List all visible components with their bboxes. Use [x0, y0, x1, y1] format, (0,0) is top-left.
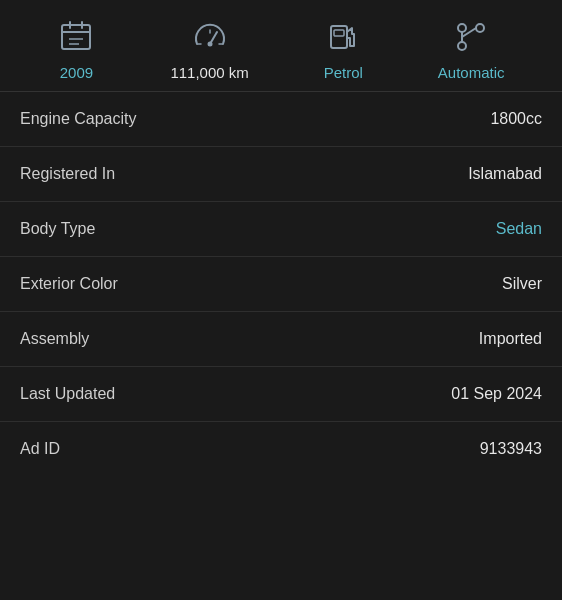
- body-type-value: Sedan: [496, 220, 542, 238]
- speedometer-icon: [191, 18, 229, 56]
- year-label: 2009: [60, 64, 93, 81]
- last-updated-value: 01 Sep 2024: [451, 385, 542, 403]
- icon-item-fuel: Petrol: [324, 18, 363, 81]
- assembly-label: Assembly: [20, 330, 89, 348]
- engine-capacity-row: Engine Capacity 1800cc: [0, 92, 562, 147]
- icon-item-transmission: Automatic: [438, 18, 505, 81]
- engine-capacity-value: 1800cc: [490, 110, 542, 128]
- svg-point-15: [458, 42, 466, 50]
- svg-point-7: [207, 42, 212, 47]
- assembly-value: Imported: [479, 330, 542, 348]
- details-table: Engine Capacity 1800cc Registered In Isl…: [0, 92, 562, 476]
- svg-rect-0: [62, 25, 90, 49]
- calendar-icon: [57, 18, 95, 56]
- exterior-color-row: Exterior Color Silver: [0, 257, 562, 312]
- svg-point-13: [458, 24, 466, 32]
- ad-id-label: Ad ID: [20, 440, 60, 458]
- engine-capacity-label: Engine Capacity: [20, 110, 137, 128]
- assembly-row: Assembly Imported: [0, 312, 562, 367]
- ad-id-row: Ad ID 9133943: [0, 422, 562, 476]
- transmission-icon: [452, 18, 490, 56]
- registered-in-row: Registered In Islamabad: [0, 147, 562, 202]
- registered-in-label: Registered In: [20, 165, 115, 183]
- last-updated-row: Last Updated 01 Sep 2024: [0, 367, 562, 422]
- body-type-row: Body Type Sedan: [0, 202, 562, 257]
- icon-item-year: 2009: [57, 18, 95, 81]
- exterior-color-value: Silver: [502, 275, 542, 293]
- ad-id-value: 9133943: [480, 440, 542, 458]
- svg-point-14: [476, 24, 484, 32]
- icon-item-mileage: 111,000 km: [170, 18, 248, 81]
- body-type-label: Body Type: [20, 220, 95, 238]
- fuel-icon: [324, 18, 362, 56]
- svg-rect-12: [334, 30, 344, 36]
- transmission-label: Automatic: [438, 64, 505, 81]
- registered-in-value: Islamabad: [468, 165, 542, 183]
- mileage-label: 111,000 km: [170, 64, 248, 81]
- fuel-label: Petrol: [324, 64, 363, 81]
- exterior-color-label: Exterior Color: [20, 275, 118, 293]
- top-icons-row: 2009 111,000 km Petrol Automat: [0, 0, 562, 92]
- last-updated-label: Last Updated: [20, 385, 115, 403]
